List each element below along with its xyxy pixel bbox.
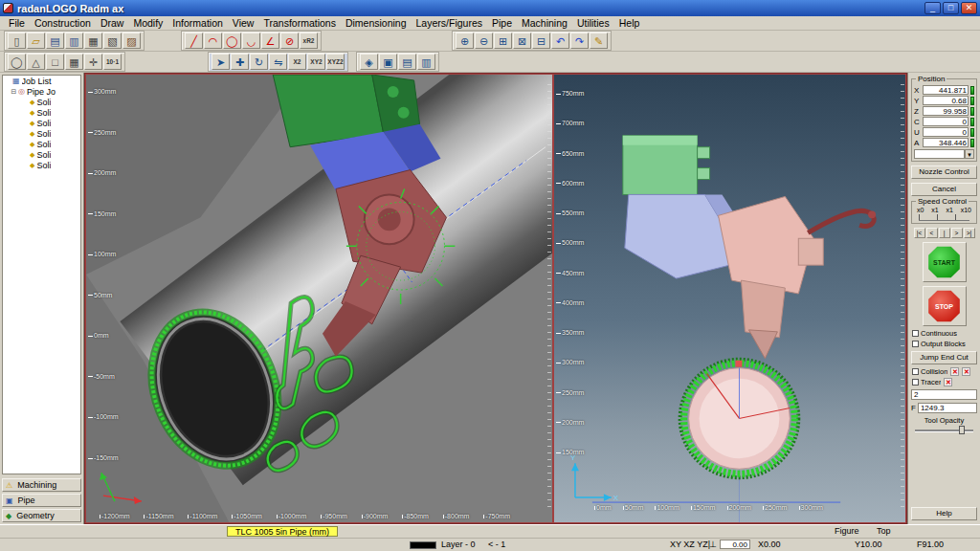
view-side-icon[interactable]: ▥: [417, 54, 435, 70]
line-icon[interactable]: ╱: [185, 33, 203, 49]
view-top-icon[interactable]: ▤: [398, 54, 416, 70]
viewport-right-canvas[interactable]: X Y 750mm700mm650mm600mm550mm500mm450mm4…: [553, 74, 906, 523]
menu-item[interactable]: Construction: [30, 17, 96, 29]
menu-item[interactable]: Utilities: [572, 17, 614, 29]
speed-option-label[interactable]: x1: [946, 207, 952, 213]
undo-icon[interactable]: ↶: [551, 33, 569, 49]
snap-value-field[interactable]: 0.00: [720, 540, 750, 549]
menu-item[interactable]: Transformations: [258, 17, 340, 29]
snap-icon[interactable]: ✛: [84, 54, 102, 70]
menu-item[interactable]: File: [4, 17, 30, 29]
xr2-icon[interactable]: xR2: [300, 33, 318, 49]
step-forward-button[interactable]: >: [951, 228, 963, 238]
geometry-tab[interactable]: ◆ Geometry: [2, 509, 81, 522]
circle-icon[interactable]: ◯: [223, 33, 241, 49]
axis-value-field[interactable]: 99.958: [923, 106, 969, 116]
tracer-checkbox[interactable]: [912, 379, 919, 386]
print-icon[interactable]: ▦: [84, 33, 102, 49]
zoom-out-icon[interactable]: ⊖: [475, 33, 493, 49]
jump-end-cut-button[interactable]: Jump End Cut: [911, 351, 977, 364]
checkbox[interactable]: [912, 330, 919, 337]
view-iso-icon[interactable]: ◈: [360, 54, 378, 70]
layer-color-swatch[interactable]: [410, 541, 436, 549]
count-field[interactable]: 2: [911, 389, 977, 400]
menu-item[interactable]: Pipe: [487, 17, 517, 29]
select-arrow-icon[interactable]: ➤: [212, 54, 230, 70]
tracer-clear-icon[interactable]: ✕: [944, 378, 952, 386]
stop-button[interactable]: STOP: [923, 286, 967, 326]
menu-item[interactable]: Modify: [128, 17, 167, 29]
zoom-window-icon[interactable]: ⊞: [494, 33, 512, 49]
menu-item[interactable]: Machining: [517, 17, 572, 29]
step-back-button[interactable]: <: [926, 228, 938, 238]
tool-combo[interactable]: ▾: [914, 149, 974, 159]
shape-square-icon[interactable]: □: [46, 54, 64, 70]
axis-value-field[interactable]: 441.871: [923, 85, 969, 95]
chevron-down-icon[interactable]: ▾: [965, 149, 974, 159]
save-icon[interactable]: ▤: [46, 33, 64, 49]
axis-value-field[interactable]: 348.446: [923, 138, 969, 147]
grid-icon[interactable]: ▦: [65, 54, 83, 70]
step-last-button[interactable]: >|: [964, 228, 975, 238]
speed-option-label[interactable]: x10: [961, 207, 971, 213]
scale-xy2-icon[interactable]: XY2: [307, 54, 325, 70]
perpendicular-icon[interactable]: ⊥: [709, 540, 717, 550]
layers-10-1-icon[interactable]: 10·1: [103, 54, 122, 70]
angle-dimension-icon[interactable]: ∠: [261, 33, 279, 49]
tree-item-solid[interactable]: ◆ Soli: [3, 118, 80, 128]
speed-slider[interactable]: [919, 214, 969, 221]
slider-thumb[interactable]: [959, 426, 965, 434]
tree-item-solid[interactable]: ◆ Soli: [3, 139, 80, 149]
speed-option-label[interactable]: x0: [917, 207, 924, 213]
redo-icon[interactable]: ↷: [570, 33, 589, 49]
help-button[interactable]: Help: [911, 507, 977, 520]
arc-icon[interactable]: ◠: [204, 33, 222, 49]
menu-item[interactable]: Information: [167, 17, 228, 29]
shape-circle-icon[interactable]: ◯: [8, 54, 26, 70]
shape-triangle-icon[interactable]: △: [27, 54, 45, 70]
tree-expander-icon[interactable]: ⊟: [10, 88, 18, 96]
menu-item[interactable]: Draw: [96, 17, 129, 29]
speed-option-label[interactable]: x1: [931, 207, 938, 213]
collision-checkbox[interactable]: [912, 368, 919, 375]
layer-selector[interactable]: Layer - 0: [441, 540, 476, 550]
print-preview-icon[interactable]: ▧: [103, 33, 122, 49]
collision-clear-all-icon[interactable]: ✕: [962, 367, 970, 376]
mirror-icon[interactable]: ⇋: [269, 54, 287, 70]
axis-value-field[interactable]: 0: [923, 117, 969, 126]
zoom-in-icon[interactable]: ⊕: [456, 33, 474, 49]
minimize-button[interactable]: _: [924, 2, 941, 14]
tree-item-solid[interactable]: ◆ Soli: [3, 107, 80, 118]
axis-value-field[interactable]: 0.68: [923, 96, 969, 105]
tree-item-pipe-job[interactable]: ⊟ ◎ Pipe Jo: [3, 86, 80, 97]
menu-item[interactable]: Dimensioning: [341, 17, 412, 29]
menu-item[interactable]: View: [228, 17, 259, 29]
scale-xyz2-icon[interactable]: XYZ2: [326, 54, 345, 70]
save-all-icon[interactable]: ▥: [65, 33, 83, 49]
tree-item-solid[interactable]: ◆ Soli: [3, 97, 80, 107]
export-icon[interactable]: ▨: [122, 33, 141, 49]
step-first-button[interactable]: |<: [914, 228, 925, 238]
pipe-tab[interactable]: ▣ Pipe: [2, 494, 81, 507]
move-icon[interactable]: ✚: [231, 54, 249, 70]
zoom-previous-icon[interactable]: ⊟: [532, 33, 550, 49]
cancel-button[interactable]: Cancel: [911, 183, 977, 196]
feed-value-field[interactable]: 1249.3: [918, 403, 977, 413]
tree-root-job-list[interactable]: ▦ Job List: [3, 76, 80, 86]
nozzle-control-button[interactable]: Nozzle Control: [911, 165, 977, 179]
tangent-arc-icon[interactable]: ◡: [242, 33, 260, 49]
tree-item-solid[interactable]: ◆ Soli: [3, 160, 80, 170]
delete-geometry-icon[interactable]: ⊘: [280, 33, 299, 49]
tree-item-solid[interactable]: ◆ Soli: [3, 128, 80, 139]
tool-opacity-slider[interactable]: [915, 426, 973, 434]
tool-combo-value[interactable]: [914, 149, 965, 159]
scale-x2-icon[interactable]: X2: [288, 54, 306, 70]
edit-pen-icon[interactable]: ✎: [590, 33, 608, 49]
tree-item-solid[interactable]: ◆ Soli: [3, 149, 80, 160]
plane-toggle-buttons[interactable]: XY XZ YZ|: [670, 540, 710, 550]
new-icon[interactable]: ▯: [8, 33, 26, 49]
viewport-left-canvas[interactable]: 300mm250mm200mm150mm100mm50mm0mm-50mm-10…: [85, 74, 553, 523]
menu-item[interactable]: Layers/Figures: [412, 17, 487, 29]
rotate-icon[interactable]: ↻: [250, 54, 268, 70]
axis-value-field[interactable]: 0: [923, 127, 969, 137]
